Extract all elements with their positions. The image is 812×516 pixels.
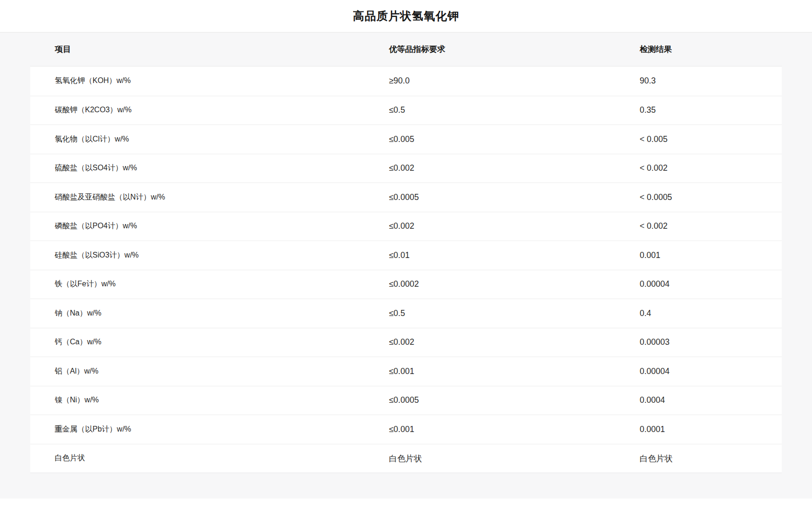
cell-requirement: ≤0.5 (364, 308, 615, 318)
cell-result: 90.3 (615, 76, 782, 86)
cell-item: 镍（Ni）w/% (30, 395, 364, 405)
cell-item: 钠（Na）w/% (30, 308, 364, 318)
cell-requirement: ≤0.002 (364, 221, 615, 231)
cell-result: 0.00004 (615, 279, 782, 289)
table-row: 铁（以Fe计）w/% ≤0.0002 0.00004 (30, 270, 782, 299)
table-row: 硅酸盐（以SiO3计）w/% ≤0.01 0.001 (30, 241, 782, 270)
cell-requirement: ≥90.0 (364, 76, 615, 86)
table-row: 氢氧化钾（KOH）w/% ≥90.0 90.3 (30, 67, 782, 96)
cell-item: 钙（Ca）w/% (30, 337, 364, 347)
cell-requirement: ≤0.001 (364, 424, 615, 434)
cell-item: 碳酸钾（K2CO3）w/% (30, 105, 364, 115)
cell-requirement: ≤0.002 (364, 337, 615, 347)
table-row: 碳酸钾（K2CO3）w/% ≤0.5 0.35 (30, 96, 782, 125)
cell-item: 氯化物（以Cl计）w/% (30, 134, 364, 144)
cell-result: < 0.002 (615, 221, 782, 231)
cell-item-rest: 金属（以Pb计）w/% (62, 425, 131, 433)
page-title: 高品质片状氢氧化钾 (353, 8, 459, 24)
cell-result: < 0.005 (615, 134, 782, 144)
table-row: 铝（Al）w/% ≤0.001 0.00004 (30, 357, 782, 386)
cell-item: 硅酸盐（以SiO3计）w/% (30, 250, 364, 260)
page-title-bar: 高品质片状氢氧化钾 (0, 0, 812, 33)
cell-item: 氢氧化钾（KOH）w/% (30, 76, 364, 86)
cell-requirement: ≤0.01 (364, 250, 615, 260)
table-row: 硫酸盐（以SO4计）w/% ≤0.002 < 0.002 (30, 154, 782, 183)
cell-requirement: 白色片状 (364, 453, 615, 464)
spec-table-section: 项目 优等品指标要求 检测结果 氢氧化钾（KOH）w/% ≥90.0 90.3 … (0, 33, 812, 499)
cell-requirement: ≤0.0005 (364, 192, 615, 202)
table-header-row: 项目 优等品指标要求 检测结果 (30, 33, 782, 66)
header-cell-result: 检测结果 (615, 44, 782, 55)
table-row: 硝酸盐及亚硝酸盐（以N计）w/% ≤0.0005 < 0.0005 (30, 183, 782, 212)
cell-result: < 0.002 (615, 163, 782, 173)
table-row: 白色片状 白色片状 白色片状 (30, 444, 782, 473)
table-row: 氯化物（以Cl计）w/% ≤0.005 < 0.005 (30, 125, 782, 154)
header-cell-item: 项目 (30, 44, 364, 55)
table-body: 氢氧化钾（KOH）w/% ≥90.0 90.3 碳酸钾（K2CO3）w/% ≤0… (30, 66, 782, 473)
table-row: 钠（Na）w/% ≤0.5 0.4 (30, 299, 782, 328)
cell-requirement: ≤0.001 (364, 366, 615, 376)
cell-result: 白色片状 (615, 453, 782, 464)
spec-page: 高品质片状氢氧化钾 项目 优等品指标要求 检测结果 氢氧化钾（KOH）w/% ≥… (0, 0, 812, 516)
header-cell-requirement: 优等品指标要求 (364, 44, 615, 55)
cell-result: 0.0004 (615, 395, 782, 405)
cell-result: 0.0001 (615, 424, 782, 434)
cell-requirement: ≤0.002 (364, 163, 615, 173)
cell-item: 磷酸盐（以PO4计）w/% (30, 221, 364, 231)
cell-result: < 0.0005 (615, 192, 782, 202)
cell-item: 重金属（以Pb计）w/% (30, 424, 364, 434)
cell-item: 铝（Al）w/% (30, 366, 364, 376)
cell-item: 白色片状 (30, 453, 364, 463)
cell-requirement: ≤0.5 (364, 105, 615, 115)
table-row: 磷酸盐（以PO4计）w/% ≤0.002 < 0.002 (30, 212, 782, 241)
highlighted-char: 重 (55, 425, 62, 433)
cell-result: 0.35 (615, 105, 782, 115)
table-row: 重金属（以Pb计）w/% ≤0.001 0.0001 (30, 415, 782, 444)
cell-result: 0.00003 (615, 337, 782, 347)
cell-result: 0.00004 (615, 366, 782, 376)
table-row: 镍（Ni）w/% ≤0.0005 0.0004 (30, 386, 782, 415)
cell-item: 硫酸盐（以SO4计）w/% (30, 163, 364, 173)
cell-result: 0.4 (615, 308, 782, 318)
cell-item: 铁（以Fe计）w/% (30, 279, 364, 289)
table-row: 钙（Ca）w/% ≤0.002 0.00003 (30, 328, 782, 357)
cell-requirement: ≤0.0005 (364, 395, 615, 405)
cell-item: 硝酸盐及亚硝酸盐（以N计）w/% (30, 192, 364, 202)
cell-requirement: ≤0.005 (364, 134, 615, 144)
cell-result: 0.001 (615, 250, 782, 260)
cell-requirement: ≤0.0002 (364, 279, 615, 289)
